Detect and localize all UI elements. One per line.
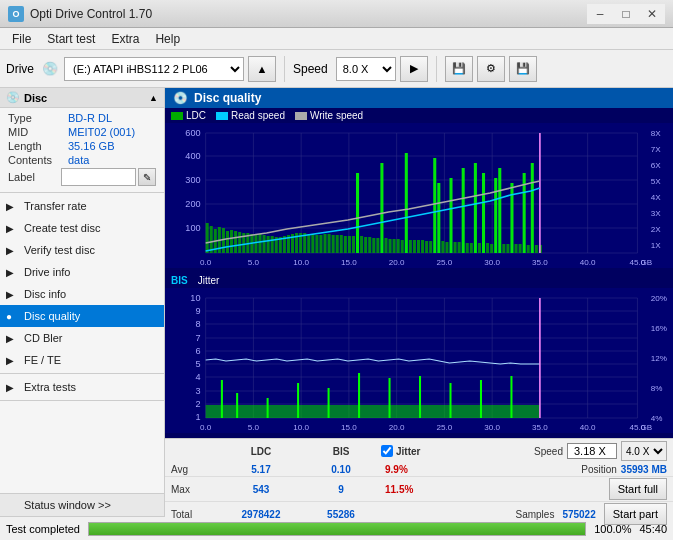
drive-icon: 💿: [42, 61, 58, 76]
svg-rect-95: [425, 241, 428, 253]
svg-rect-56: [267, 236, 270, 253]
svg-rect-176: [297, 383, 299, 418]
save-button[interactable]: 💾: [509, 56, 537, 82]
svg-rect-81: [368, 237, 371, 253]
speed-label: Speed: [293, 62, 328, 76]
menu-start-test[interactable]: Start test: [39, 30, 103, 48]
sidebar-item-cd-bler[interactable]: ▶ CD Bler: [0, 327, 164, 349]
menu-file[interactable]: File: [4, 30, 39, 48]
svg-rect-70: [323, 234, 326, 253]
svg-rect-120: [527, 245, 530, 253]
stat-ldc-header: LDC: [221, 446, 301, 457]
svg-text:20.0: 20.0: [389, 423, 405, 432]
avg-jitter: 9.9%: [381, 464, 481, 475]
svg-text:15.0: 15.0: [341, 258, 357, 267]
total-ldc: 2978422: [221, 509, 301, 520]
svg-rect-108: [478, 243, 481, 253]
svg-rect-121: [531, 163, 534, 253]
svg-text:GB: GB: [640, 258, 652, 267]
svg-rect-80: [364, 237, 367, 253]
drive-select[interactable]: (E:) ATAPI iHBS112 2 PL06: [64, 57, 244, 81]
jitter-label-text: Jitter: [396, 446, 420, 457]
sidebar-item-create-test-disc[interactable]: ▶ Create test disc: [0, 217, 164, 239]
svg-rect-78: [356, 173, 359, 253]
sidebar-item-drive-info[interactable]: ▶ Drive info: [0, 261, 164, 283]
sidebar-item-extra-tests[interactable]: ▶ Extra tests: [0, 376, 164, 398]
sidebar-item-label: Drive info: [24, 266, 70, 278]
svg-text:4%: 4%: [651, 414, 663, 423]
svg-rect-54: [258, 234, 261, 253]
svg-text:2: 2: [195, 399, 200, 409]
svg-rect-67: [311, 234, 314, 253]
svg-rect-91: [409, 240, 412, 253]
sidebar-divider3: [0, 400, 164, 401]
svg-rect-105: [466, 243, 469, 253]
speed-icon-button[interactable]: ▶: [400, 56, 428, 82]
svg-rect-96: [429, 241, 432, 253]
svg-rect-172: [206, 405, 540, 418]
maximize-button[interactable]: □: [613, 4, 639, 24]
menu-extra[interactable]: Extra: [103, 30, 147, 48]
speed-select-stat[interactable]: 4.0 X: [621, 441, 667, 461]
svg-rect-179: [389, 378, 391, 418]
svg-rect-76: [348, 236, 351, 253]
sidebar-item-verify-test-disc[interactable]: ▶ Verify test disc: [0, 239, 164, 261]
speed-select[interactable]: 8.0 X: [336, 57, 396, 81]
svg-text:3X: 3X: [651, 209, 662, 218]
svg-rect-112: [494, 178, 497, 253]
disc-quality-icon: ●: [6, 311, 12, 322]
write-speed-label: Write speed: [310, 110, 363, 121]
create-test-disc-icon: ▶: [6, 223, 14, 234]
sidebar-item-disc-info[interactable]: ▶ Disc info: [0, 283, 164, 305]
disc-length-label: Length: [8, 140, 68, 152]
svg-text:25.0: 25.0: [437, 423, 453, 432]
svg-rect-106: [470, 243, 473, 253]
start-full-button[interactable]: Start full: [609, 478, 667, 500]
eject-button[interactable]: ▲: [248, 56, 276, 82]
disc-label-input[interactable]: [61, 168, 136, 186]
chart2-svg: 10 9 8 7 6 5 4 3 2 1 0.0 5.0 10.0 15.0 2…: [165, 288, 673, 433]
max-jitter: 11.5%: [381, 484, 481, 495]
svg-rect-73: [336, 235, 339, 253]
disc-info: Type BD-R DL MID MEIT02 (001) Length 35.…: [0, 108, 164, 190]
legend-write-speed: Write speed: [295, 110, 363, 121]
svg-rect-85: [384, 238, 387, 253]
jitter-checkbox[interactable]: [381, 445, 393, 457]
settings-button[interactable]: ⚙: [477, 56, 505, 82]
sidebar-item-disc-quality[interactable]: ● Disc quality: [0, 305, 164, 327]
sidebar-item-label: FE / TE: [24, 354, 61, 366]
jitter-label: Jitter: [198, 275, 220, 286]
svg-rect-79: [360, 236, 363, 253]
svg-rect-74: [340, 235, 343, 253]
svg-text:12%: 12%: [651, 354, 667, 363]
close-button[interactable]: ✕: [639, 4, 665, 24]
minimize-button[interactable]: –: [587, 4, 613, 24]
svg-rect-102: [454, 242, 457, 253]
svg-rect-90: [405, 153, 408, 253]
svg-rect-49: [238, 232, 241, 253]
menu-help[interactable]: Help: [147, 30, 188, 48]
svg-text:1: 1: [195, 412, 200, 422]
disc-quality-icon-header: 💿: [173, 91, 188, 105]
svg-text:6X: 6X: [651, 161, 662, 170]
disc-mid-label: MID: [8, 126, 68, 138]
svg-rect-111: [490, 244, 493, 253]
disc-contents-label: Contents: [8, 154, 68, 166]
max-bis: 9: [301, 484, 381, 495]
chart2-container: BIS Jitter: [165, 273, 673, 438]
svg-rect-97: [433, 158, 436, 253]
svg-text:30.0: 30.0: [484, 258, 500, 267]
disc-button[interactable]: 💾: [445, 56, 473, 82]
ldc-color: [171, 112, 183, 120]
sidebar-item-fe-te[interactable]: ▶ FE / TE: [0, 349, 164, 371]
sidebar-divider2: [0, 373, 164, 374]
position-control: Position 35993 MB: [581, 464, 667, 475]
status-window-button[interactable]: Status window >>: [0, 493, 164, 516]
avg-ldc: 5.17: [221, 464, 301, 475]
svg-rect-173: [221, 380, 223, 418]
disc-label-edit-button[interactable]: ✎: [138, 168, 156, 186]
sidebar-item-transfer-rate[interactable]: ▶ Transfer rate: [0, 195, 164, 217]
svg-rect-57: [271, 236, 274, 253]
svg-text:15.0: 15.0: [341, 423, 357, 432]
time-label: 45:40: [639, 523, 667, 535]
